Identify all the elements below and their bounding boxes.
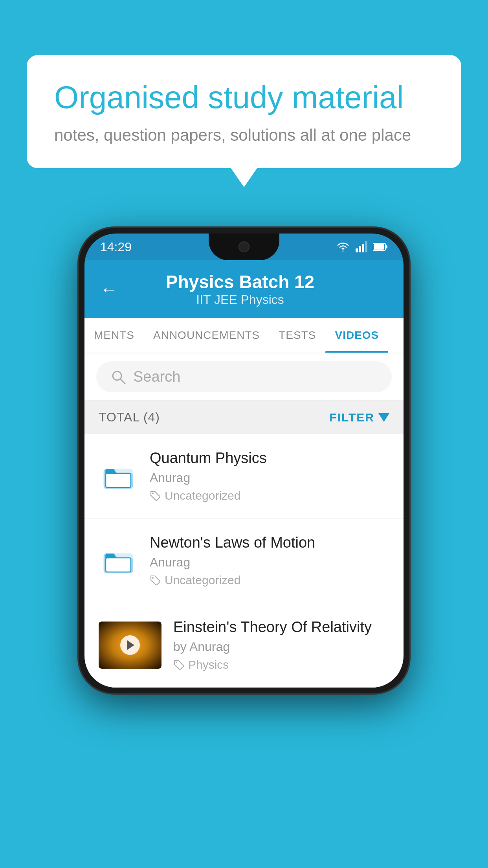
phone-wrapper: 14:29: [79, 228, 409, 693]
filter-button[interactable]: FILTER: [329, 411, 389, 424]
video-title: Newton's Laws of Motion: [150, 534, 389, 551]
tab-videos[interactable]: VIDEOS: [325, 318, 388, 353]
video-title: Einstein's Theory Of Relativity: [173, 619, 389, 636]
video-title: Quantum Physics: [150, 450, 389, 467]
list-item[interactable]: Newton's Laws of Motion Anurag Uncategor…: [84, 519, 404, 603]
video-info: Quantum Physics Anurag Uncategorized: [150, 450, 389, 502]
video-info: Einstein's Theory Of Relativity by Anura…: [173, 619, 389, 671]
svg-rect-13: [106, 558, 131, 572]
tag-icon: [173, 659, 184, 670]
svg-rect-6: [374, 244, 384, 250]
play-button[interactable]: [120, 635, 140, 655]
tag-text: Physics: [188, 658, 229, 671]
app-header: ← Physics Batch 12 IIT JEE Physics: [84, 260, 404, 318]
tag-text: Uncategorized: [165, 489, 240, 502]
battery-icon: [373, 243, 388, 251]
filter-icon: [378, 413, 389, 422]
tabs: MENTS ANNOUNCEMENTS TESTS VIDEOS: [84, 318, 404, 353]
svg-rect-3: [365, 241, 367, 252]
svg-rect-5: [386, 245, 387, 248]
svg-rect-1: [359, 246, 361, 252]
phone: 14:29: [84, 234, 404, 688]
status-time: 14:29: [100, 240, 132, 254]
bubble-subtitle: notes, question papers, solutions all at…: [54, 126, 434, 145]
tag-text: Uncategorized: [165, 574, 240, 587]
folder-icon-wrap: [99, 460, 138, 492]
svg-rect-10: [106, 473, 131, 487]
video-list: Quantum Physics Anurag Uncategorized: [84, 434, 404, 688]
search-icon: [110, 369, 126, 385]
speech-bubble: Organised study material notes, question…: [27, 55, 461, 168]
filter-bar: TOTAL (4) FILTER: [84, 401, 404, 434]
search-bar: Search: [84, 353, 404, 401]
play-icon: [127, 640, 134, 650]
video-author: Anurag: [150, 471, 389, 485]
folder-icon-wrap: [99, 545, 138, 576]
header-title: Physics Batch 12: [125, 271, 355, 292]
bubble-title: Organised study material: [54, 79, 434, 116]
notch: [209, 234, 279, 260]
video-tag: Uncategorized: [150, 574, 389, 587]
svg-point-11: [152, 493, 154, 494]
wifi-icon: [336, 241, 350, 252]
video-info: Newton's Laws of Motion Anurag Uncategor…: [150, 534, 389, 587]
header-subtitle: IIT JEE Physics: [125, 292, 355, 307]
signal-icon: [356, 241, 367, 252]
video-author: Anurag: [150, 555, 389, 570]
folder-icon: [103, 460, 134, 492]
total-count: TOTAL (4): [99, 410, 160, 425]
tab-ments[interactable]: MENTS: [84, 318, 144, 353]
svg-rect-2: [362, 244, 364, 252]
speech-bubble-area: Organised study material notes, question…: [27, 55, 461, 168]
folder-icon: [103, 545, 134, 576]
list-item[interactable]: Quantum Physics Anurag Uncategorized: [84, 434, 404, 519]
camera-dot: [238, 241, 250, 252]
video-tag: Physics: [173, 658, 389, 671]
tab-tests[interactable]: TESTS: [269, 318, 325, 353]
header-center: Physics Batch 12 IIT JEE Physics: [125, 271, 355, 307]
tag-icon: [150, 575, 161, 586]
filter-label: FILTER: [329, 411, 374, 424]
search-input-wrap[interactable]: Search: [96, 361, 392, 392]
phone-outer: 14:29: [79, 228, 409, 693]
status-bar: 14:29: [84, 234, 404, 260]
svg-point-14: [152, 577, 154, 579]
search-placeholder: Search: [133, 368, 180, 385]
tag-icon: [150, 490, 161, 501]
svg-line-8: [120, 379, 125, 384]
status-icons: [336, 241, 388, 252]
tab-announcements[interactable]: ANNOUNCEMENTS: [144, 318, 269, 353]
svg-rect-0: [356, 248, 358, 252]
list-item[interactable]: Einstein's Theory Of Relativity by Anura…: [84, 603, 404, 688]
video-tag: Uncategorized: [150, 489, 389, 502]
video-author: by Anurag: [173, 640, 389, 654]
svg-point-15: [176, 662, 177, 663]
video-thumbnail: [99, 622, 161, 669]
back-button[interactable]: ←: [100, 280, 117, 299]
